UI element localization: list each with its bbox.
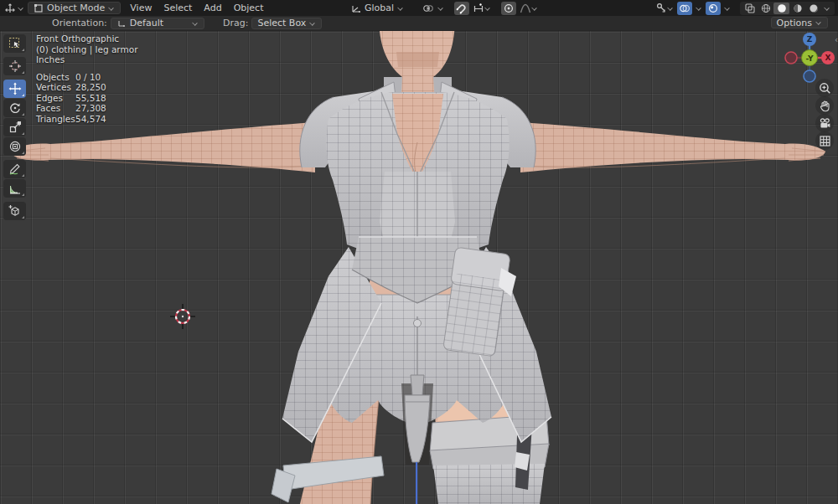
chevron-down-icon [18,5,24,12]
chevron-down-icon [724,5,731,12]
chevron-down-icon [309,20,316,27]
solid-sphere-icon [776,3,788,14]
stat-value: 27,308 [75,103,137,114]
snap-toggle[interactable] [454,2,469,15]
chevron-down-icon [192,20,199,27]
tool-add-cube[interactable] [3,202,26,220]
zoom-button[interactable] [815,79,834,97]
gizmo-icon [655,3,667,14]
chevron-down-icon [108,5,115,12]
show-gizmos-dropdown[interactable] [654,2,675,15]
gizmo-front-label: -Y [806,54,814,63]
wireframe-sphere-icon [760,3,772,14]
orientation-value: Default [130,18,163,28]
toggle-xray-icon [744,3,756,14]
tool-cursor[interactable] [3,57,26,75]
shading-wireframe-button[interactable] [758,3,773,14]
view-name-text: Front Orthographic [36,33,137,44]
shading-solid-button[interactable] [773,3,789,14]
tool-move[interactable] [3,80,26,98]
chevron-down-icon [437,5,444,12]
orientation-axes-icon [351,3,361,13]
navigation-axis-gizmo[interactable]: Z X -Y [782,30,837,85]
chevron-down-icon [667,5,674,12]
overlays-icon [679,3,691,14]
grid-icon [819,135,831,147]
proportional-editing-toggle[interactable] [501,2,516,15]
tool-rotate[interactable] [3,99,26,117]
orientation-label: Orientation: [52,18,107,28]
tool-measure[interactable] [3,179,26,198]
mode-dropdown[interactable]: Object Mode [28,2,121,14]
shading-material-button[interactable] [789,3,805,14]
orientation-default-icon [116,18,127,28]
show-overlays-dropdown[interactable] [694,2,704,15]
3d-cursor [168,301,198,332]
camera-icon [819,117,831,130]
xray-sphere-icon [707,3,719,14]
stat-value: 0 / 10 [75,72,137,83]
menu-add[interactable]: Add [198,0,227,16]
gizmo-z-label: Z [807,35,813,44]
shading-rendered-button[interactable] [805,3,821,14]
chevron-down-icon [696,5,702,12]
drag-value: Select Box [257,18,306,28]
mode-dropdown-label: Object Mode [47,3,105,13]
drag-dropdown[interactable]: Select Box [251,18,322,29]
chevron-down-icon [484,5,491,12]
editor-type-icon[interactable] [4,3,24,14]
active-collection-text: (0) clothing | leg armor [36,44,137,55]
stat-label: Triangles [36,114,75,125]
tool-annotate[interactable] [3,160,26,178]
tool-transform[interactable] [3,137,26,156]
tool-scale[interactable] [3,118,26,136]
magnifier-plus-icon [819,82,831,95]
viewport-header: Object Mode View Select Add Object Globa… [0,0,838,16]
toggle-xray-button[interactable] [742,3,758,14]
chevron-down-icon [815,19,822,26]
menu-view[interactable]: View [124,0,158,16]
gizmo-x-label: X [825,54,831,62]
stat-label: Vertices [36,82,75,93]
stat-value: 54,574 [75,114,137,125]
xray-toggle[interactable] [706,2,721,15]
stat-label: Objects [36,72,75,83]
drag-label: Drag: [223,18,248,28]
snap-settings-dropdown[interactable] [471,2,493,15]
menu-select[interactable]: Select [158,0,198,16]
orientation-dropdown[interactable]: Default [111,18,204,29]
material-sphere-icon [792,3,804,14]
object-mode-icon [34,3,44,13]
scene-statistics: Objects0 / 10 Vertices28,250 Edges55,518… [36,72,137,125]
pivot-point-icon [422,3,434,14]
options-dropdown[interactable]: Options [771,17,828,28]
gizmo-neg-z-axis[interactable] [804,70,815,82]
camera-view-button[interactable] [815,114,834,132]
stat-value: 55,518 [75,93,137,104]
proportional-falloff-dropdown[interactable] [518,2,540,15]
transform-orientation-label: Global [365,3,394,13]
tool-select-box[interactable] [3,34,26,53]
transform-orientation-dropdown[interactable]: Global [345,2,410,14]
pivot-point-dropdown[interactable] [416,2,450,14]
gizmo-neg-x-axis[interactable] [785,52,797,64]
units-text: Inches [36,54,137,65]
stat-label: Faces [36,103,75,114]
shading-dropdown[interactable] [824,5,830,12]
tool-settings-bar: Orientation: Default Drag: Select Box Op… [0,16,838,31]
falloff-curve-icon [520,3,531,14]
ortho-grid-button[interactable] [815,131,834,150]
pan-button[interactable] [815,96,834,115]
stat-label: Edges [36,93,75,104]
xray-dropdown[interactable] [722,2,732,15]
sidebar-collapse-arrow[interactable]: ‹ [835,35,838,44]
rendered-sphere-icon [808,3,820,14]
chevron-down-icon [397,5,404,12]
stat-value: 28,250 [75,82,137,93]
viewport-info-overlay: Front Orthographic (0) clothing | leg ar… [36,33,137,124]
hand-icon [819,100,831,112]
show-overlays-toggle[interactable] [677,2,692,15]
options-label: Options [777,18,812,28]
menu-object[interactable]: Object [228,0,270,16]
shading-mode-group [740,2,835,15]
